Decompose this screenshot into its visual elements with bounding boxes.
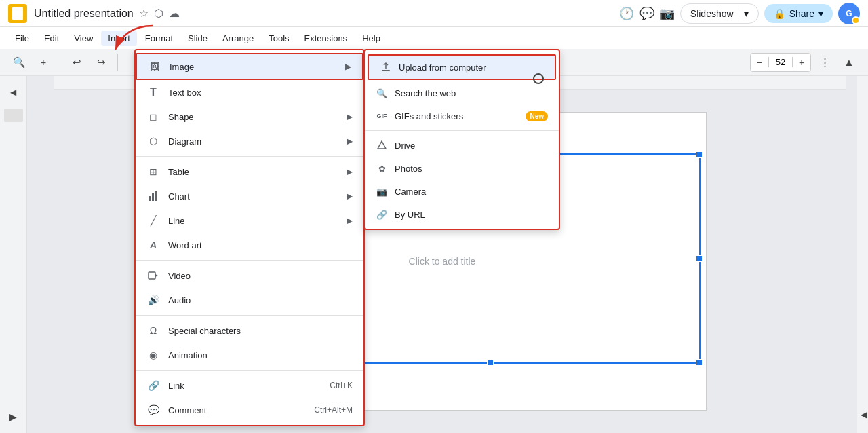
menu-format[interactable]: Format: [138, 31, 180, 46]
menu-edit[interactable]: Edit: [37, 31, 66, 46]
drive-label: Drive: [395, 140, 415, 151]
upload-label: Upload from computer: [399, 62, 486, 73]
search-button[interactable]: 🔍: [8, 52, 30, 73]
menu-bar: File Edit View Insert Format Slide Arran…: [0, 27, 868, 49]
svg-marker-7: [155, 274, 158, 277]
document-title[interactable]: Untitled presentation: [34, 7, 134, 20]
insert-menu: 🖼 Image ▶ T Text box ◻ Shape ▶ ⬡ Diagram…: [134, 49, 365, 426]
menu-item-image[interactable]: 🖼 Image ▶: [136, 53, 363, 80]
menu-file[interactable]: File: [8, 31, 36, 46]
gifs-icon: GIF: [376, 110, 388, 122]
zoom-minus-button[interactable]: −: [751, 54, 768, 71]
url-icon: 🔗: [376, 208, 388, 221]
handle-top-right[interactable]: [696, 151, 703, 158]
menu-divider-2: [136, 260, 363, 261]
menu-item-link[interactable]: 🔗 Link Ctrl+K: [136, 373, 363, 398]
textbox-label: Text box: [168, 88, 201, 98]
upload-wrapper: Upload from computer: [368, 54, 556, 80]
slideshow-dropdown-arrow[interactable]: ▾: [738, 8, 749, 19]
menu-slide[interactable]: Slide: [181, 31, 214, 46]
submenu-item-drive[interactable]: Drive: [365, 134, 559, 157]
submenu-item-upload[interactable]: Upload from computer: [369, 56, 555, 79]
gifs-label: GIFs and stickers: [395, 111, 463, 121]
folder-icon[interactable]: ⬡: [154, 7, 163, 20]
submenu-item-photos[interactable]: ✿ Photos: [365, 157, 559, 180]
menu-item-animation[interactable]: ◉ Animation: [136, 343, 363, 367]
svg-rect-3: [149, 196, 151, 201]
zoom-control: − 52 +: [750, 53, 811, 72]
title-icons: ☆ ⬡ ☁: [139, 7, 180, 20]
shape-arrow: ▶: [347, 112, 353, 121]
more-options-button[interactable]: ⋮: [814, 52, 835, 73]
menu-tools[interactable]: Tools: [262, 31, 296, 46]
zoom-value-display[interactable]: 52: [768, 57, 793, 67]
history-icon[interactable]: 🕐: [619, 6, 634, 21]
submenu-divider: [365, 130, 559, 131]
handle-right-mid[interactable]: [696, 255, 703, 262]
search-web-label: Search the web: [395, 88, 456, 98]
title-bar: Untitled presentation ☆ ⬡ ☁ 🕐 💬 📷 Slides…: [0, 0, 868, 27]
collapse-toolbar-button[interactable]: ▲: [838, 52, 860, 73]
menu-help[interactable]: Help: [355, 31, 387, 46]
slide-placeholder[interactable]: Click to add title: [409, 256, 476, 267]
menu-arrange[interactable]: Arrange: [216, 31, 260, 46]
toolbar-right: − 52 + ⋮ ▲: [750, 52, 860, 73]
diagram-arrow: ▶: [347, 136, 353, 146]
image-menu-icon: 🖼: [148, 60, 161, 73]
line-arrow: ▶: [347, 216, 353, 225]
submenu-item-url[interactable]: 🔗 By URL: [365, 203, 559, 226]
cloud-icon[interactable]: ☁: [169, 7, 180, 20]
slideshow-label: Slideshow: [690, 8, 734, 19]
slide-thumbnail[interactable]: [4, 109, 23, 122]
comment-icon[interactable]: 💬: [639, 6, 654, 21]
zoom-plus-button[interactable]: +: [793, 54, 810, 71]
menu-item-wordart[interactable]: A Word art: [136, 233, 363, 257]
svg-rect-4: [152, 193, 154, 201]
avatar[interactable]: G: [838, 3, 860, 24]
zoom-in-button[interactable]: +: [33, 52, 54, 73]
wordart-label: Word art: [168, 240, 202, 250]
menu-item-special-chars[interactable]: Ω Special characters: [136, 318, 363, 343]
audio-label: Audio: [168, 295, 191, 305]
menu-item-video[interactable]: Video: [136, 263, 363, 288]
panel-toggle-button[interactable]: ◀: [3, 81, 24, 103]
image-arrow: ▶: [345, 62, 351, 71]
submenu-item-gifs[interactable]: GIF GIFs and stickers New: [365, 105, 559, 128]
audio-icon: 🔊: [146, 293, 160, 307]
menu-item-audio[interactable]: 🔊 Audio: [136, 288, 363, 312]
menu-item-shape[interactable]: ◻ Shape ▶: [136, 105, 363, 129]
slide-panel-toggle[interactable]: ▶: [9, 411, 17, 428]
url-label: By URL: [395, 210, 425, 220]
special-chars-label: Special characters: [168, 326, 241, 336]
undo-button[interactable]: ↩: [66, 52, 87, 73]
menu-item-line[interactable]: ╱ Line ▶: [136, 208, 363, 233]
toolbar-separator-1: [60, 54, 60, 71]
camera-icon[interactable]: 📷: [660, 6, 675, 21]
handle-bottom-right[interactable]: [696, 359, 703, 366]
link-label: Link: [168, 381, 184, 391]
slideshow-button[interactable]: Slideshow ▾: [680, 3, 759, 24]
share-dropdown-arrow[interactable]: ▾: [818, 8, 823, 19]
toolbar-separator-2: [117, 54, 118, 71]
submenu-item-camera[interactable]: 📷 Camera: [365, 180, 559, 203]
menu-divider-3: [136, 315, 363, 316]
menu-item-table[interactable]: ⊞ Table ▶: [136, 159, 363, 184]
redo-button[interactable]: ↪: [90, 52, 112, 73]
menu-item-diagram[interactable]: ⬡ Diagram ▶: [136, 129, 363, 153]
menu-extensions[interactable]: Extensions: [298, 31, 355, 46]
menu-view[interactable]: View: [67, 31, 100, 46]
menu-item-textbox[interactable]: T Text box: [136, 80, 363, 105]
svg-marker-9: [378, 141, 386, 149]
share-button[interactable]: 🔒 Share ▾: [764, 4, 833, 23]
avatar-badge: [852, 16, 860, 24]
menu-item-chart[interactable]: Chart ▶: [136, 184, 363, 208]
collapse-right-button[interactable]: ◀: [861, 410, 867, 419]
handle-bottom-mid[interactable]: [487, 359, 494, 366]
star-icon[interactable]: ☆: [139, 7, 149, 20]
diagram-label: Diagram: [168, 136, 201, 147]
comment-shortcut: Ctrl+Alt+M: [314, 405, 353, 415]
submenu-item-search-web[interactable]: 🔍 Search the web: [365, 81, 559, 105]
menu-item-comment[interactable]: 💬 Comment Ctrl+Alt+M: [136, 398, 363, 422]
menu-insert[interactable]: Insert: [101, 31, 137, 46]
image-submenu: Upload from computer 🔍 Search the web GI…: [363, 49, 560, 230]
